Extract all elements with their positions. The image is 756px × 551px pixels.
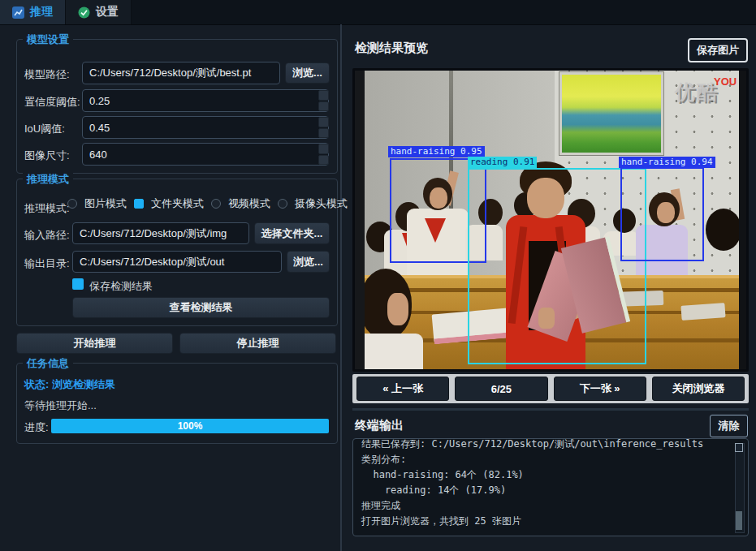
close-browser-button[interactable]: 关闭浏览器 [652, 377, 745, 401]
app-window: 推理 设置 模型设置 模型路径: 浏览... 置信度阈值: IoU阈值: 图像尺… [0, 0, 756, 551]
radio-camera-mode[interactable] [278, 199, 287, 209]
detection-label-hand-raising-2: hand-raising 0.94 [619, 157, 715, 168]
radio-image-mode-label[interactable]: 图片模式 [84, 196, 127, 211]
radio-video-mode-label[interactable]: 视频模式 [228, 196, 270, 211]
model-settings-title: 模型设置 [23, 32, 73, 47]
preview-frame: 优酷 YOU [352, 68, 749, 372]
output-dir-label: 输出目录: [24, 256, 70, 271]
mode-row-label: 推理模式: [24, 201, 70, 216]
iou-spinner [318, 117, 329, 138]
select-folder-button[interactable]: 选择文件夹... [254, 222, 330, 244]
terminal-scrollbar-thumb[interactable] [736, 511, 742, 530]
photo-left-edge [355, 71, 365, 369]
check-circle-icon [78, 6, 90, 19]
detection-box-hand-raising-2 [620, 167, 704, 261]
terminal-line: 打开图片浏览器，共找到 25 张图片 [361, 514, 728, 529]
radio-folder-mode[interactable] [134, 199, 144, 209]
input-path-input[interactable] [72, 222, 249, 244]
section-separator [352, 408, 749, 411]
inference-mode-group: 推理模式 推理模式: 图片模式 文件夹模式 视频模式 摄像头模式 输入路径: 选… [16, 179, 338, 326]
terminal-line: 结果已保存到: C:/Users/712/Desktop/测试/out\infe… [361, 438, 728, 452]
spinner-up-button[interactable] [318, 144, 329, 154]
terminal-output[interactable]: 结果已保存到: C:/Users/712/Desktop/测试/out\infe… [352, 438, 749, 536]
progress-bar: 100% [51, 419, 329, 433]
detection-box-reading [468, 168, 646, 364]
preview-title: 检测结果预览 [355, 41, 428, 56]
student-head [706, 209, 741, 251]
spinner-up-button[interactable] [318, 117, 329, 127]
browser-nav-strip: « 上一张 6/25 下一张 » 关闭浏览器 [352, 374, 749, 403]
tab-inference-label: 推理 [30, 5, 53, 19]
terminal-line: 推理完成 [361, 498, 728, 514]
view-results-button[interactable]: 查看检测结果 [72, 297, 330, 318]
spinner-down-button[interactable] [318, 101, 329, 112]
iou-threshold-input[interactable] [82, 116, 329, 139]
progress-label: 进度: [24, 420, 49, 435]
youku-watermark-red: YOU [714, 75, 737, 88]
book-on-desk [680, 303, 725, 321]
detection-label-reading: reading 0.91 [468, 157, 537, 168]
conf-threshold-input[interactable] [82, 89, 329, 112]
model-path-browse-button[interactable]: 浏览... [285, 62, 330, 84]
output-dir-input[interactable] [72, 251, 282, 273]
conf-threshold-label: 置信度阈值: [24, 95, 80, 110]
input-path-label: 输入路径: [24, 228, 70, 243]
tab-settings[interactable]: 设置 [66, 0, 132, 24]
task-message: 等待推理开始... [24, 398, 97, 413]
save-results-checkbox[interactable] [72, 278, 84, 290]
tab-settings-label: 设置 [96, 5, 119, 19]
terminal-line: 类别分布: [361, 452, 728, 467]
stop-inference-button[interactable]: 停止推理 [179, 333, 336, 354]
model-settings-group: 模型设置 模型路径: 浏览... 置信度阈值: IoU阈值: 图像尺寸: [16, 39, 338, 174]
save-results-label[interactable]: 保存检测结果 [89, 279, 153, 294]
output-browse-button[interactable]: 浏览... [287, 251, 330, 273]
iou-threshold-label: IoU阈值: [24, 122, 65, 136]
terminal-line: reading: 14个 (17.9%) [361, 483, 728, 498]
imgsz-spinner [318, 144, 329, 165]
radio-image-mode[interactable] [67, 199, 77, 209]
mode-radio-row: 图片模式 文件夹模式 视频模式 摄像头模式 [67, 196, 348, 211]
radio-folder-mode-label[interactable]: 文件夹模式 [151, 196, 204, 211]
spinner-down-button[interactable] [318, 128, 329, 139]
radio-camera-mode-label[interactable]: 摄像头模式 [295, 196, 348, 211]
prev-image-button[interactable]: « 上一张 [356, 377, 449, 401]
youku-watermark: 优酷 [675, 79, 719, 105]
terminal-title: 终端输出 [355, 418, 404, 433]
conf-spinner [318, 90, 329, 111]
tab-inference[interactable]: 推理 [0, 0, 66, 24]
chart-line-icon [12, 6, 24, 19]
image-size-input[interactable] [82, 143, 329, 166]
spinner-up-button[interactable] [318, 90, 329, 101]
spinner-down-button[interactable] [318, 155, 329, 166]
task-info-title: 任务信息 [23, 356, 73, 371]
terminal-scrollbar-up-button[interactable] [735, 443, 743, 452]
inference-mode-title: 推理模式 [23, 172, 73, 187]
task-info-group: 任务信息 状态: 浏览检测结果 等待推理开始... 进度: 100% [16, 363, 338, 444]
panel-divider [340, 24, 342, 551]
clear-terminal-button[interactable]: 清除 [710, 415, 748, 437]
image-size-label: 图像尺寸: [24, 149, 70, 163]
classroom-photo[interactable]: 优酷 YOU [355, 71, 746, 369]
next-image-button[interactable]: 下一张 » [554, 377, 646, 401]
detection-label-hand-raising-1: hand-raising 0.95 [388, 146, 485, 157]
status-text: 状态: 浏览检测结果 [24, 377, 115, 392]
save-image-button[interactable]: 保存图片 [688, 38, 748, 62]
terminal-line: hand-raising: 64个 (82.1%) [361, 467, 728, 483]
student-face [387, 293, 408, 325]
radio-video-mode[interactable] [211, 199, 221, 209]
student-body [355, 334, 423, 369]
photo-right-edge [739, 71, 746, 369]
start-inference-button[interactable]: 开始推理 [16, 333, 173, 354]
tab-bar: 推理 设置 [0, 0, 756, 25]
image-counter: 6/25 [455, 377, 547, 401]
model-path-label: 模型路径: [24, 67, 70, 82]
model-path-input[interactable] [82, 62, 280, 84]
wall-poster [559, 72, 663, 155]
